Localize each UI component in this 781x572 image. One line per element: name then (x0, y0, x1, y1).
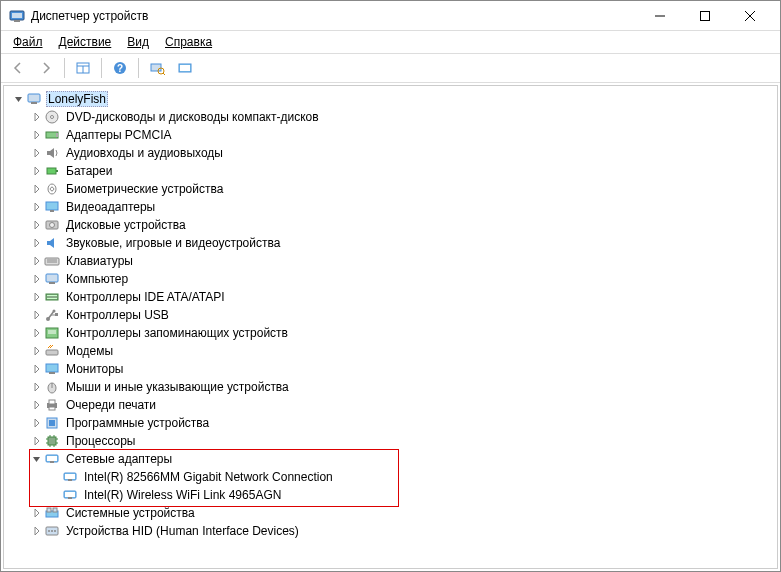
expand-arrow-icon[interactable] (30, 146, 44, 160)
svg-rect-33 (46, 274, 58, 282)
expand-arrow-icon[interactable] (30, 236, 44, 250)
expand-arrow-icon[interactable] (30, 416, 44, 430)
node-label: Клавиатуры (64, 254, 135, 268)
expand-arrow-icon[interactable] (30, 452, 44, 466)
tree-node[interactable]: Батареи (12, 162, 769, 180)
node-label: LonelyFish (46, 91, 108, 107)
tree-node[interactable]: Аудиовходы и аудиовыходы (12, 144, 769, 162)
expand-arrow-icon[interactable] (30, 200, 44, 214)
sound-icon (44, 235, 60, 251)
node-label: Компьютер (64, 272, 130, 286)
tree-node[interactable]: Программные устройства (12, 414, 769, 432)
expand-arrow-icon[interactable] (30, 110, 44, 124)
toolbar-separator (64, 58, 65, 78)
menu-file[interactable]: Файл (7, 33, 49, 51)
tree-node[interactable]: Системные устройства (12, 504, 769, 522)
svg-rect-17 (28, 94, 40, 102)
node-label: Видеоадаптеры (64, 200, 157, 214)
tree-node[interactable]: Адаптеры PCMCIA (12, 126, 769, 144)
svg-rect-42 (55, 313, 58, 316)
expand-arrow-icon[interactable] (30, 128, 44, 142)
software-icon (44, 415, 60, 431)
tree-node[interactable]: Модемы (12, 342, 769, 360)
node-label: Очереди печати (64, 398, 158, 412)
svg-point-20 (51, 116, 54, 119)
svg-rect-69 (65, 474, 75, 479)
properties-button[interactable] (172, 56, 198, 80)
tree-node[interactable]: Контроллеры IDE ATA/ATAPI (12, 288, 769, 306)
printer-icon (44, 397, 60, 413)
tree-child-node[interactable]: Intel(R) Wireless WiFi Link 4965AGN (12, 486, 769, 504)
expand-arrow-icon[interactable] (30, 164, 44, 178)
tree-node[interactable]: Мыши и иные указывающие устройства (12, 378, 769, 396)
expand-arrow-icon[interactable] (30, 308, 44, 322)
network-icon (44, 451, 60, 467)
expand-arrow-icon[interactable] (30, 290, 44, 304)
no-arrow (48, 470, 62, 484)
tree-node[interactable]: Контроллеры USB (12, 306, 769, 324)
svg-rect-1 (12, 13, 22, 18)
node-label: Контроллеры USB (64, 308, 171, 322)
expand-arrow-icon[interactable] (30, 344, 44, 358)
battery-icon (44, 163, 60, 179)
tree-node[interactable]: Видеоадаптеры (12, 198, 769, 216)
tree-node[interactable]: Мониторы (12, 360, 769, 378)
tree-node[interactable]: Клавиатуры (12, 252, 769, 270)
close-button[interactable] (727, 2, 772, 30)
audio-icon (44, 145, 60, 161)
tree-root-node[interactable]: LonelyFish (12, 90, 769, 108)
svg-rect-72 (65, 492, 75, 497)
minimize-button[interactable] (637, 2, 682, 30)
expand-arrow-icon[interactable] (30, 506, 44, 520)
maximize-button[interactable] (682, 2, 727, 30)
help-button[interactable]: ? (107, 56, 133, 80)
node-label: Intel(R) Wireless WiFi Link 4965AGN (82, 488, 283, 502)
expand-arrow-icon[interactable] (30, 398, 44, 412)
tree-node[interactable]: Процессоры (12, 432, 769, 450)
show-hide-console-button[interactable] (70, 56, 96, 80)
tree-node[interactable]: Сетевые адаптеры (12, 450, 769, 468)
expand-arrow-icon[interactable] (12, 92, 26, 106)
svg-rect-37 (47, 298, 57, 299)
expand-arrow-icon[interactable] (30, 524, 44, 538)
node-label: Контроллеры запоминающих устройств (64, 326, 290, 340)
tree-node[interactable]: Звуковые, игровые и видеоустройства (12, 234, 769, 252)
expand-arrow-icon[interactable] (30, 254, 44, 268)
storage-icon (44, 325, 60, 341)
no-arrow (48, 488, 62, 502)
svg-rect-4 (700, 11, 709, 20)
tree-node[interactable]: Компьютер (12, 270, 769, 288)
tree-node[interactable]: Очереди печати (12, 396, 769, 414)
tree-node[interactable]: Биометрические устройства (12, 180, 769, 198)
tree-node[interactable]: DVD-дисководы и дисководы компакт-дисков (12, 108, 769, 126)
expand-arrow-icon[interactable] (30, 380, 44, 394)
computer-icon (26, 91, 42, 107)
expand-arrow-icon[interactable] (30, 182, 44, 196)
svg-rect-53 (49, 407, 55, 410)
svg-rect-47 (46, 364, 58, 372)
tree-child-node[interactable]: Intel(R) 82566MM Gigabit Network Connect… (12, 468, 769, 486)
svg-rect-23 (47, 168, 56, 174)
expand-arrow-icon[interactable] (30, 362, 44, 376)
tree-node[interactable]: Контроллеры запоминающих устройств (12, 324, 769, 342)
tree-node[interactable]: Дисковые устройства (12, 216, 769, 234)
node-label: Мониторы (64, 362, 125, 376)
svg-rect-76 (53, 508, 57, 512)
pcmcia-icon (44, 127, 60, 143)
menu-help[interactable]: Справка (159, 33, 218, 51)
tree-content[interactable]: LonelyFishDVD-дисководы и дисководы комп… (3, 85, 778, 569)
ide-icon (44, 289, 60, 305)
svg-point-78 (48, 530, 50, 532)
expand-arrow-icon[interactable] (30, 326, 44, 340)
menu-action[interactable]: Действие (53, 33, 118, 51)
expand-arrow-icon[interactable] (30, 434, 44, 448)
svg-rect-66 (47, 456, 57, 461)
network-icon (62, 469, 78, 485)
mouse-icon (44, 379, 60, 395)
scan-hardware-button[interactable] (144, 56, 170, 80)
menu-view[interactable]: Вид (121, 33, 155, 51)
tree-node[interactable]: Устройства HID (Human Interface Devices) (12, 522, 769, 540)
expand-arrow-icon[interactable] (30, 272, 44, 286)
network-icon (62, 487, 78, 503)
expand-arrow-icon[interactable] (30, 218, 44, 232)
